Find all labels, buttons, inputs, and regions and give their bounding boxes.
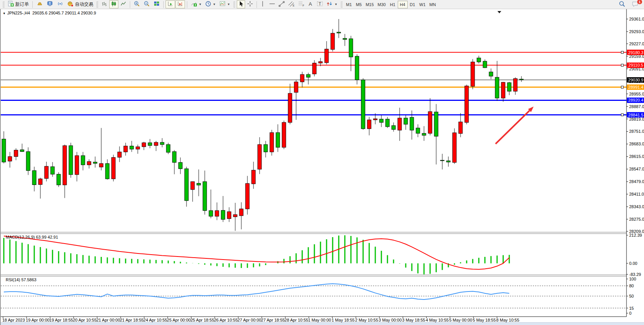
level-handle[interactable] [621,86,623,88]
shapes-button[interactable]: ▼ [325,0,339,8]
tile-windows-icon [153,1,160,8]
arrows-icon [327,1,333,8]
svg-text:2 May 10:55: 2 May 10:55 [355,318,378,322]
svg-text:18 Apr 2023: 18 Apr 2023 [2,318,25,322]
svg-text:A: A [309,1,312,7]
svg-text:19 Apr 18:55: 19 Apr 18:55 [49,318,73,322]
level-handle[interactable] [621,51,623,54]
level-handle[interactable] [621,114,623,116]
svg-text:1 May 00:00: 1 May 00:00 [308,318,331,322]
vertical-line-button[interactable] [259,0,267,8]
svg-text:28683.0: 28683.0 [629,142,644,146]
timeframe-h4-button[interactable]: H4 [398,1,408,8]
horizontal-line-button[interactable] [268,0,277,8]
svg-text:15: 15 [629,306,634,311]
level-handles[interactable] [621,51,623,116]
chart-menu-arrow-icon[interactable]: ▼ [3,12,6,15]
auto-scroll-button[interactable] [166,0,175,8]
text-button[interactable]: A [306,0,315,8]
notifications-button[interactable]: 1 [630,0,640,8]
toolbar-grip[interactable] [96,2,98,8]
toolbar-separator [32,1,33,8]
toolbar-separator [257,1,257,8]
horizontal-level-lines[interactable] [1,53,626,115]
metaeditor-button[interactable] [45,0,55,8]
candlestick-chart-button[interactable] [109,0,118,8]
timeframe-h1-button[interactable]: H1 [388,1,398,8]
chart-shift-icon [177,1,183,8]
timeframe-m5-button[interactable]: M5 [354,1,364,8]
timeframe-w1-button[interactable]: W1 [418,1,428,8]
equidistant-channel-button[interactable]: E [287,0,296,8]
main-toolbar: 新订单 自动交易 [0,0,644,9]
price-axis[interactable]: 29361.029293.029227.029159.029091.029023… [626,9,644,322]
template-button[interactable]: ▼ [218,0,232,8]
level-handle[interactable] [621,64,623,66]
svg-text:-83.29: -83.29 [629,272,641,277]
svg-text:50: 50 [629,294,634,298]
autotrading-icon [67,1,74,8]
autotrading-button[interactable]: 自动交易 [65,0,95,8]
toolbar-right-group: 1 [617,0,642,8]
template-caret-icon: ▼ [227,3,230,6]
timeframe-d1-button[interactable]: D1 [408,1,418,8]
horizontal-line-icon [269,1,275,8]
notification-badge: 1 [637,0,642,5]
chart-canvas[interactable]: 29361.029293.029227.029159.029091.029023… [1,9,644,325]
rsi-line [4,284,509,300]
svg-text:80: 80 [629,284,634,288]
bar-chart-button[interactable] [100,0,109,8]
indicators-button[interactable]: ▼ [189,0,203,8]
timeframe-mn-button[interactable]: MN [427,1,438,8]
depth-of-market-button[interactable] [35,0,45,8]
svg-text:29361.0: 29361.0 [629,17,644,21]
signals-button[interactable] [55,0,65,8]
zoom-out-button[interactable] [142,0,151,8]
chart-shift-button[interactable] [175,0,185,8]
chart-shift-marker-icon[interactable] [497,11,501,13]
svg-text:28343.0: 28343.0 [629,204,644,209]
svg-text:0: 0 [629,311,631,315]
timeframe-m15-button[interactable]: M15 [364,1,376,8]
time-axis[interactable]: 18 Apr 202319 Apr 00:0019 Apr 18:5520 Ap… [2,317,519,322]
toolbar-grip[interactable] [341,2,343,8]
svg-text:20 Apr 10:55: 20 Apr 10:55 [73,318,96,322]
trendline-button[interactable] [277,0,286,8]
chart-symbol-period: JPN225-,H4 [7,11,30,15]
svg-text:F: F [303,4,304,7]
template-icon [219,1,226,8]
chart-shift-marker[interactable] [497,11,501,13]
line-chart-icon [120,1,126,8]
cursor-icon [238,1,244,8]
equidistant-channel-icon: E [288,1,295,8]
new-order-button[interactable]: 新订单 [6,0,30,8]
toolbar-grip[interactable] [233,2,235,8]
svg-text:100: 100 [629,277,636,281]
search-button[interactable] [617,0,627,8]
user-monitor-icon [46,1,53,8]
candlestick-chart-icon [111,1,117,8]
timeframe-m1-button[interactable]: M1 [344,1,354,8]
chart-window: 29361.029293.029227.029159.029091.029023… [0,9,644,325]
mt4-window: 新订单 自动交易 [0,0,644,325]
svg-text:1 May 18:55: 1 May 18:55 [332,318,355,322]
cursor-button[interactable] [237,0,245,8]
tile-windows-button[interactable] [152,0,161,8]
toolbar-separator [187,1,187,8]
fibonacci-button[interactable]: F [296,0,306,8]
text-label-button[interactable]: T [315,0,325,8]
timeframe-m30-button[interactable]: M30 [376,1,387,8]
svg-text:3 May 00:00: 3 May 00:00 [379,318,402,322]
period-button[interactable]: ▼ [204,0,217,8]
svg-text:212.39: 212.39 [629,233,642,237]
zoom-in-button[interactable] [132,0,142,8]
text-label-icon: T [317,1,323,8]
crosshair-button[interactable] [245,0,255,8]
macd-signal-layer [4,236,509,269]
svg-text:28547.0: 28547.0 [629,167,644,171]
trend-arrow-annotation[interactable] [496,107,534,144]
line-chart-button[interactable] [119,0,128,8]
chart-title: ▼JPN225-,H4 29035.6 29045.7 29011.4 2903… [3,11,96,15]
svg-text:28275.0: 28275.0 [629,217,644,221]
toolbar-grip[interactable] [3,2,5,8]
